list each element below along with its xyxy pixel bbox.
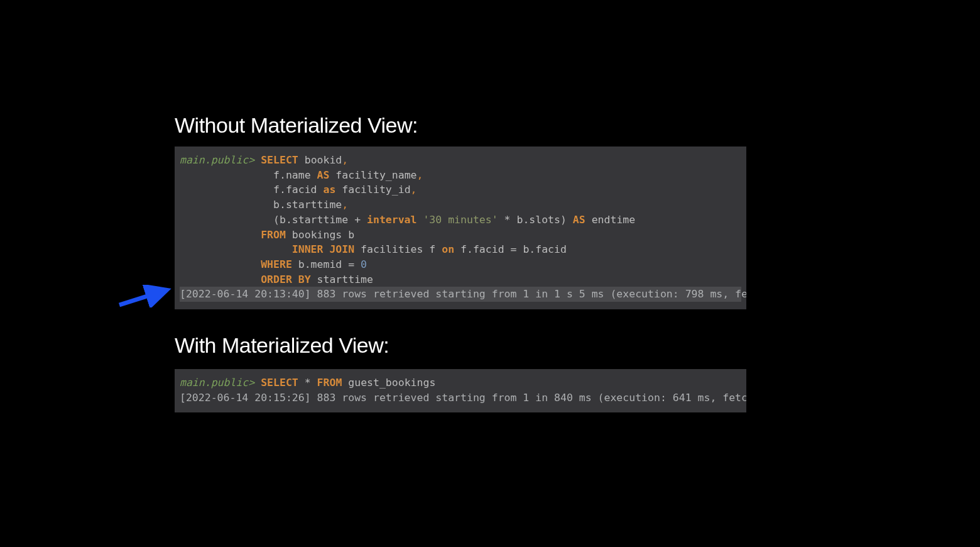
heading-with: With Materialized View: [175,333,746,358]
kw-select-1: SELECT [261,154,298,166]
kw-from-2: FROM [317,377,342,389]
comma-3: , [411,184,417,196]
console-without-matview: main.public> SELECT bookid, f.name AS fa… [175,146,746,309]
where-memid: b.memid = [292,258,361,270]
str-30min: '30 minutes' [417,214,498,226]
col-fname-pre: f.name [180,169,317,181]
comma-1: , [342,154,348,166]
comma-2: , [417,169,423,181]
kw-inner-join: INNER JOIN [292,243,354,255]
orderby-starttime: starttime [311,274,373,285]
on-cond: f.facid = b.facid [454,243,567,255]
join-facilities: facilities f [354,243,442,255]
col-bookid: bookid [298,154,342,166]
kw-as-2: as [323,184,335,196]
kw-as-3: AS [573,214,585,226]
kw-orderby: ORDER BY [261,274,310,285]
result-line-1: [2022-06-14 20:13:40] 883 rows retrieved… [180,287,741,302]
star: * [298,377,317,389]
col-starttime: b.starttime [180,199,342,211]
from-guest-bookings: guest_bookings [342,377,435,389]
col-facid-post: facility_id [335,184,410,196]
kw-where-1: WHERE [261,258,292,270]
col-endtime-pre: (b.starttime + [180,214,367,226]
col-facid-pre: f.facid [180,184,323,196]
result-text-2: [2022-06-14 20:15:26] 883 rows retrieved… [180,392,746,404]
prompt-1: main.public> [180,154,254,166]
arrow-icon [117,285,176,307]
kw-on: on [442,243,454,255]
svg-line-1 [119,290,167,305]
slide-content: Without Materialized View: main.public> … [175,113,746,412]
console-with-matview: main.public> SELECT * FROM guest_booking… [175,369,746,412]
from-bookings: bookings b [286,229,354,241]
result-text-1: [2022-06-14 20:13:40] 883 rows retrieved… [180,288,746,300]
col-endtime-post: endtime [585,214,635,226]
prompt-2: main.public> [180,377,254,389]
kw-interval: interval [367,214,416,226]
kw-select-2: SELECT [261,377,298,389]
col-endtime-mid: * b.slots) [498,214,573,226]
kw-from-1: FROM [261,229,286,241]
comma-4: , [342,199,348,211]
heading-without: Without Materialized View: [175,113,746,138]
num-zero: 0 [361,258,367,270]
kw-as-1: AS [317,169,330,181]
col-fname-post: facility_name [329,169,416,181]
